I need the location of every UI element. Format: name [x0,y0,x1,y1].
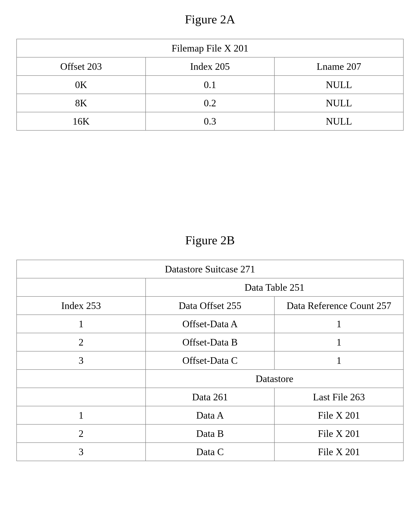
cell-data-offset: Offset-Data C [146,351,275,370]
table-row: 1 Data A File X 201 [17,406,403,424]
table-row: 16K 0.3 NULL [17,112,403,130]
header-data: Data 261 [146,388,275,406]
cell-data: Data C [146,443,275,461]
table-row: 3 Data C File X 201 [17,443,403,461]
cell-data-ref-count: 1 [274,351,403,370]
cell-offset: 16K [17,112,146,130]
cell-index: 0.2 [146,94,275,112]
table-row: 3 Offset-Data C 1 [17,351,403,370]
cell-data-offset: Offset-Data B [146,333,275,351]
figure-a-title: Figure 2A [16,12,404,26]
table-row: 1 Offset-Data A 1 [17,315,403,333]
cell-offset: 8K [17,94,146,112]
table-row: 2 Data B File X 201 [17,424,403,443]
cell-index: 1 [17,315,146,333]
datastore-caption: Datastore Suitcase 271 [17,260,403,278]
data-table-subcaption: Data Table 251 [146,278,403,296]
filemap-caption: Filemap File X 201 [17,39,403,57]
empty-cell [17,278,146,296]
table-row: 2 Offset-Data B 1 [17,333,403,351]
table-row: 0K 0.1 NULL [17,76,403,94]
cell-data-offset: Offset-Data A [146,315,275,333]
table-row: 8K 0.2 NULL [17,94,403,112]
cell-index: 3 [17,351,146,370]
header-data-ref-count: Data Reference Count 257 [274,296,403,315]
cell-data: Data A [146,406,275,424]
empty-cell [17,370,146,388]
cell-last-file: File X 201 [274,424,403,443]
cell-index: 3 [17,443,146,461]
cell-lname: NULL [274,94,403,112]
datastore-table: Datastore Suitcase 271 Data Table 251 In… [16,260,404,461]
cell-data-ref-count: 1 [274,315,403,333]
cell-data-ref-count: 1 [274,333,403,351]
cell-lname: NULL [274,112,403,130]
cell-index: 2 [17,424,146,443]
cell-lname: NULL [274,76,403,94]
filemap-header-lname: Lname 207 [274,57,403,76]
cell-index: 2 [17,333,146,351]
cell-index: 0.1 [146,76,275,94]
header-data-offset: Data Offset 255 [146,296,275,315]
empty-header [17,388,146,406]
cell-data: Data B [146,424,275,443]
filemap-header-index: Index 205 [146,57,275,76]
figure-b-title: Figure 2B [16,233,404,247]
datastore-subcaption: Datastore [146,370,403,388]
cell-last-file: File X 201 [274,443,403,461]
header-index: Index 253 [17,296,146,315]
cell-index: 0.3 [146,112,275,130]
filemap-header-offset: Offset 203 [17,57,146,76]
header-last-file: Last File 263 [274,388,403,406]
cell-offset: 0K [17,76,146,94]
filemap-table: Filemap File X 201 Offset 203 Index 205 … [16,39,404,131]
cell-index: 1 [17,406,146,424]
cell-last-file: File X 201 [274,406,403,424]
